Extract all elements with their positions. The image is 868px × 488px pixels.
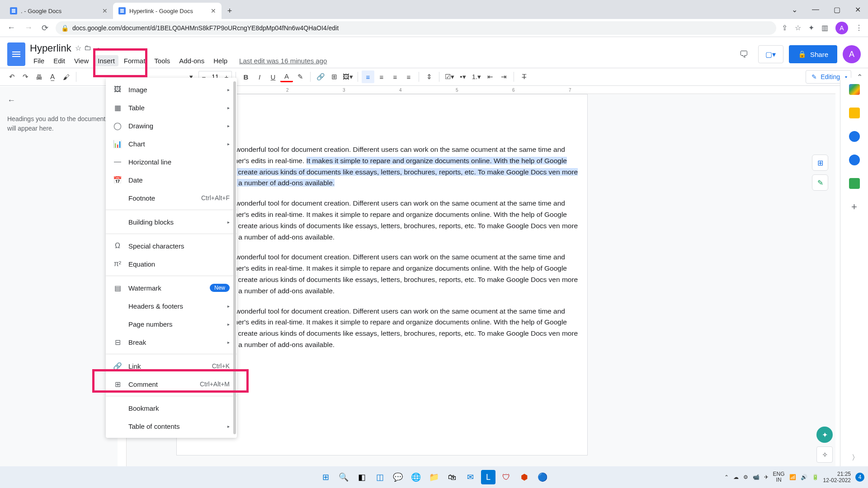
checklist-button[interactable]: ☑▾	[443, 70, 456, 83]
menu-item-drawing[interactable]: ◯Drawing▸	[106, 117, 237, 135]
meet-now-icon[interactable]: 📹	[753, 474, 760, 480]
insert-link-button[interactable]: 🔗	[314, 70, 327, 83]
star-icon[interactable]: ☆	[75, 44, 81, 52]
side-panel-icon[interactable]: ▥	[821, 23, 828, 32]
get-addons-icon[interactable]: +	[849, 202, 860, 212]
maps-addon-icon[interactable]	[849, 178, 860, 189]
explore-button[interactable]: ✦	[816, 427, 833, 443]
task-view-button[interactable]: ◧	[354, 470, 369, 484]
underline-button[interactable]: U	[267, 70, 279, 83]
chrome-icon[interactable]: 🔵	[535, 470, 550, 484]
outline-back-icon[interactable]: ←	[7, 96, 110, 105]
edge-icon[interactable]: 🌐	[409, 470, 423, 484]
share-page-icon[interactable]: ⇪	[782, 23, 788, 32]
mcafee-icon[interactable]: 🛡	[499, 470, 514, 484]
menu-scrollbar[interactable]	[233, 81, 236, 434]
minimize-button[interactable]: —	[808, 4, 823, 15]
increase-indent-button[interactable]: ⇥	[497, 70, 510, 83]
align-left-button[interactable]: ≡	[362, 70, 374, 83]
back-button[interactable]: ←	[5, 21, 17, 34]
menu-addons[interactable]: Add-ons	[175, 55, 208, 66]
reload-button[interactable]: ⟳	[40, 21, 50, 35]
profile-avatar[interactable]: A	[835, 22, 848, 34]
menu-file[interactable]: File	[30, 55, 48, 66]
menu-item-watermark[interactable]: ▤WatermarkNew	[106, 279, 237, 297]
document-body[interactable]: oogle Docs is a wonderful tool for docum…	[186, 144, 578, 351]
menu-insert[interactable]: Insert	[94, 55, 118, 66]
share-button[interactable]: 🔒 Share	[789, 45, 837, 63]
menu-item-link[interactable]: 🔗LinkCtrl+K	[106, 357, 237, 375]
print-button[interactable]: 🖶	[33, 70, 45, 83]
cloud-status-icon[interactable]: ☁	[94, 44, 101, 52]
menu-item-comment[interactable]: ⊞CommentCtrl+Alt+M	[106, 375, 237, 393]
menu-item-footnote[interactable]: FootnoteCtrl+Alt+F	[106, 189, 237, 207]
menu-item-page-numbers[interactable]: Page numbers▸	[106, 315, 237, 333]
close-tab-icon[interactable]: ✕	[211, 7, 216, 14]
move-icon[interactable]: 🗀	[84, 44, 91, 52]
menu-item-toc[interactable]: Table of contents▸	[106, 417, 237, 435]
file-explorer-icon[interactable]: 📁	[427, 470, 441, 484]
spellcheck-button[interactable]: A̲	[46, 70, 59, 83]
maximize-button[interactable]: ▢	[830, 4, 844, 16]
decrease-indent-button[interactable]: ⇤	[484, 70, 496, 83]
kebab-menu-icon[interactable]: ⋮	[855, 23, 863, 32]
menu-item-headers-footers[interactable]: Headers & footers▸	[106, 297, 237, 315]
search-button[interactable]: 🔍	[336, 470, 351, 484]
bullet-list-button[interactable]: •▾	[457, 70, 469, 83]
last-edit-link[interactable]: Last edit was 16 minutes ago	[236, 55, 330, 66]
store-icon[interactable]: 🛍	[445, 470, 459, 484]
onedrive-icon[interactable]: ☁	[733, 474, 739, 480]
menu-item-bookmark[interactable]: Bookmark	[106, 399, 237, 417]
menu-item-horizontal-line[interactable]: —Horizontal line	[106, 153, 237, 171]
mail-icon[interactable]: ✉	[463, 470, 477, 484]
wifi-icon[interactable]: 📶	[789, 474, 796, 480]
align-right-button[interactable]: ≡	[389, 70, 401, 83]
account-avatar[interactable]: A	[843, 45, 861, 63]
extensions-icon[interactable]: ✦	[808, 23, 814, 32]
align-justify-button[interactable]: ≡	[402, 70, 415, 83]
browser-tab-1[interactable]: . - Google Docs ✕	[5, 3, 113, 19]
battery-icon[interactable]: 🔋	[812, 474, 819, 480]
line-spacing-button[interactable]: ⇕	[423, 70, 435, 83]
browser-tab-2[interactable]: Hyperlink - Google Docs ✕	[113, 3, 222, 19]
tray-app-icon[interactable]: ⚙	[743, 474, 748, 480]
present-button[interactable]: ▢▾	[758, 45, 783, 63]
document-page[interactable]: oogle Docs is a wonderful tool for docum…	[176, 94, 588, 455]
menu-item-chart[interactable]: 📊Chart▸	[106, 135, 237, 153]
forward-button[interactable]: →	[23, 21, 34, 34]
new-tab-button[interactable]: +	[222, 3, 238, 19]
clear-formatting-button[interactable]: T̶	[518, 70, 530, 83]
menu-tools[interactable]: Tools	[151, 55, 174, 66]
calendar-addon-icon[interactable]	[849, 84, 860, 95]
highlight-button[interactable]: ✎	[294, 70, 307, 83]
chat-icon[interactable]: 💬	[391, 470, 405, 484]
undo-button[interactable]: ↶	[5, 70, 18, 83]
keep-addon-icon[interactable]	[849, 108, 860, 118]
url-input[interactable]: 🔒 docs.google.com/document/d/1BELQ0AHMnS…	[56, 21, 776, 35]
docs-home-icon[interactable]	[7, 42, 25, 66]
italic-button[interactable]: I	[253, 70, 266, 83]
bold-button[interactable]: B	[240, 70, 252, 83]
volume-icon[interactable]: 🔊	[801, 474, 807, 480]
office-icon[interactable]: ⬢	[517, 470, 532, 484]
location-icon[interactable]: ✈	[764, 474, 769, 480]
show-side-panel-button[interactable]: ✧	[816, 446, 833, 463]
text-color-button[interactable]: A	[280, 71, 293, 82]
close-window-button[interactable]: ✕	[851, 4, 864, 16]
menu-item-date[interactable]: 📅Date	[106, 171, 237, 189]
start-button[interactable]: ⊞	[318, 470, 333, 484]
add-suggestion-button[interactable]: ✎	[812, 174, 828, 191]
menu-item-image[interactable]: 🖼Image▸	[106, 80, 237, 99]
document-title[interactable]: Hyperlink	[30, 42, 71, 54]
close-tab-icon[interactable]: ✕	[102, 7, 108, 14]
menu-item-table[interactable]: ▦Table▸	[106, 99, 237, 117]
tasks-addon-icon[interactable]	[849, 131, 860, 142]
menu-item-equation[interactable]: π²Equation	[106, 255, 237, 273]
menu-view[interactable]: View	[71, 55, 92, 66]
align-center-button[interactable]: ≡	[375, 70, 388, 83]
bookmark-star-icon[interactable]: ☆	[795, 23, 801, 32]
widgets-button[interactable]: ◫	[373, 470, 387, 484]
menu-help[interactable]: Help	[210, 55, 231, 66]
numbered-list-button[interactable]: 1.▾	[470, 70, 483, 83]
insert-comment-button[interactable]: ⊞	[328, 70, 340, 83]
